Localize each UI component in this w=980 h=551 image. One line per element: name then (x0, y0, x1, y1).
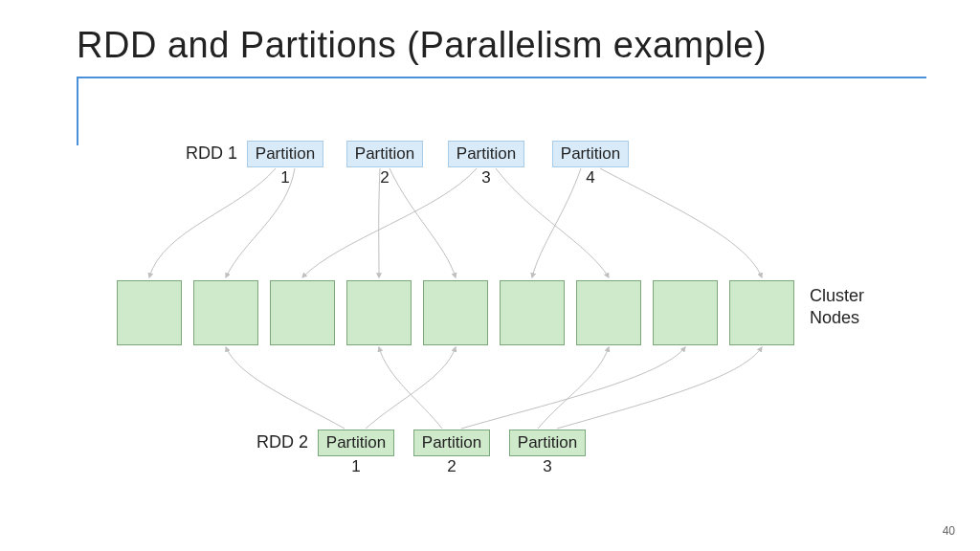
rdd1-partition-num: 4 (552, 168, 629, 187)
cluster-node (270, 280, 335, 345)
rdd2-partition-box: Partition (318, 430, 394, 456)
rdd2-partition-box: Partition (413, 430, 490, 456)
title-vertical-accent (77, 77, 78, 145)
rdd2-partition-num: 3 (509, 457, 586, 476)
partition-arrows (0, 0, 980, 551)
cluster-node (117, 280, 182, 345)
rdd2-partition-num: 1 (318, 457, 394, 476)
cluster-node (500, 280, 565, 345)
cluster-node (653, 280, 718, 345)
rdd1-partition-num: 1 (247, 168, 323, 187)
rdd2-partition-num: 2 (413, 457, 490, 476)
page-number: 40 (943, 524, 955, 538)
rdd1-label: RDD 1 (186, 143, 237, 164)
cluster-node (576, 280, 641, 345)
rdd1-partition-num: 3 (448, 168, 524, 187)
cluster-node (193, 280, 258, 345)
rdd1-partition-num: 2 (346, 168, 423, 187)
rdd1-partition-box: Partition (552, 141, 629, 167)
slide: RDD and Partitions (Parallelism example)… (0, 0, 980, 551)
cluster-node (423, 280, 488, 345)
rdd1-partition-box: Partition (247, 141, 323, 167)
cluster-node (729, 280, 794, 345)
rdd1-partition-box: Partition (448, 141, 524, 167)
title-underline (77, 77, 926, 78)
rdd1-partition-box: Partition (346, 141, 423, 167)
cluster-nodes-label: Cluster Nodes (810, 285, 864, 328)
cluster-node (346, 280, 412, 345)
rdd2-partition-box: Partition (509, 430, 586, 456)
slide-title: RDD and Partitions (Parallelism example) (77, 25, 767, 66)
rdd2-label: RDD 2 (256, 432, 308, 452)
